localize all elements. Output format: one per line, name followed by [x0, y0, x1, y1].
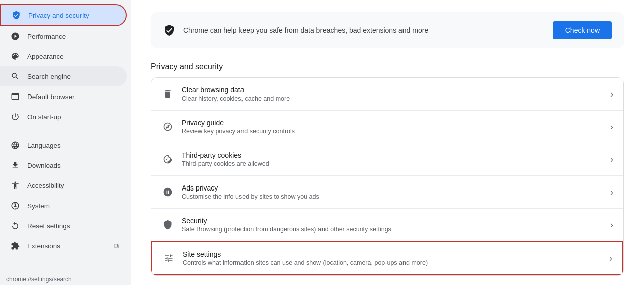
sidebar-item-extensions-label: Extensions — [27, 242, 60, 250]
third-party-cookies-desc: Third-party cookies are allowed — [182, 160, 602, 167]
chevron-right-icon: › — [609, 253, 612, 264]
sliders-icon — [163, 252, 175, 264]
main-content: Chrome can help keep you safe from data … — [131, 0, 644, 285]
sidebar-item-performance-label: Performance — [27, 33, 66, 40]
sidebar-item-appearance[interactable]: Appearance — [0, 46, 127, 66]
ads-privacy-desc: Customise the info used by sites to show… — [182, 193, 602, 200]
settings-row-ads-privacy[interactable]: Ads privacy Customise the info used by s… — [151, 176, 623, 209]
wrench-icon — [10, 201, 20, 211]
external-link-icon: ⧉ — [114, 242, 119, 250]
privacy-guide-content: Privacy guide Review key privacy and sec… — [182, 119, 602, 135]
ads-privacy-content: Ads privacy Customise the info used by s… — [182, 184, 602, 200]
accessibility-icon — [10, 180, 20, 191]
download-icon — [10, 160, 20, 170]
status-bar-text: chrome://settings/search — [6, 276, 72, 283]
clear-browsing-data-desc: Clear history, cookies, cache and more — [182, 95, 602, 102]
site-settings-content: Site settings Controls what information … — [183, 250, 601, 266]
trash-icon — [162, 88, 174, 100]
settings-row-site-settings[interactable]: Site settings Controls what information … — [151, 241, 623, 275]
settings-row-security[interactable]: Security Safe Browsing (protection from … — [151, 209, 623, 241]
privacy-guide-desc: Review key privacy and security controls — [182, 128, 602, 135]
sidebar-item-reset-settings-label: Reset settings — [27, 222, 70, 230]
check-now-button[interactable]: Check now — [553, 21, 612, 39]
settings-list: Clear browsing data Clear history, cooki… — [151, 77, 624, 276]
site-settings-title: Site settings — [183, 250, 601, 258]
sidebar-divider — [8, 131, 123, 131]
third-party-cookies-content: Third-party cookies Third-party cookies … — [182, 151, 602, 167]
palette-icon — [10, 51, 20, 61]
sidebar-item-reset-settings[interactable]: Reset settings — [0, 216, 127, 236]
sidebar-item-privacy-and-security[interactable]: Privacy and security — [0, 4, 127, 26]
sidebar-item-system[interactable]: System — [0, 196, 127, 216]
sidebar-item-on-startup-label: On start-up — [27, 113, 61, 121]
search-icon — [10, 71, 20, 81]
sidebar-item-languages[interactable]: Languages — [0, 135, 127, 155]
sidebar-item-accessibility[interactable]: Accessibility — [0, 175, 127, 196]
sidebar-item-default-browser-label: Default browser — [27, 93, 75, 101]
section-title: Privacy and security — [151, 62, 624, 71]
ads-icon — [162, 186, 174, 198]
power-icon — [10, 112, 20, 122]
chevron-right-icon: › — [610, 89, 613, 100]
status-bar: chrome://settings/search — [0, 274, 78, 285]
settings-row-third-party-cookies[interactable]: Third-party cookies Third-party cookies … — [151, 143, 623, 176]
safety-card: Chrome can help keep you safe from data … — [151, 12, 624, 48]
browser-icon — [10, 91, 20, 102]
sidebar-item-default-browser[interactable]: Default browser — [0, 86, 127, 107]
security-shield-icon — [162, 219, 174, 231]
chevron-right-icon: › — [610, 122, 613, 132]
security-desc: Safe Browsing (protection from dangerous… — [182, 226, 602, 233]
chevron-right-icon: › — [610, 187, 613, 198]
privacy-guide-title: Privacy guide — [182, 119, 602, 127]
settings-row-privacy-guide[interactable]: Privacy guide Review key privacy and sec… — [151, 111, 623, 143]
shield-icon — [11, 10, 21, 20]
chevron-right-icon: › — [610, 220, 613, 230]
sidebar-item-system-label: System — [27, 202, 50, 210]
sidebar-item-on-startup[interactable]: On start-up — [0, 107, 127, 127]
ads-privacy-title: Ads privacy — [182, 184, 602, 192]
sidebar-item-search-engine[interactable]: Search engine — [0, 66, 127, 86]
sidebar: Privacy and security Performance Appeara… — [0, 0, 131, 285]
sidebar-item-appearance-label: Appearance — [27, 53, 64, 60]
security-content: Security Safe Browsing (protection from … — [182, 217, 602, 233]
reset-icon — [10, 221, 20, 231]
settings-row-clear-browsing-data[interactable]: Clear browsing data Clear history, cooki… — [151, 78, 623, 111]
clear-browsing-data-content: Clear browsing data Clear history, cooki… — [182, 86, 602, 102]
sidebar-item-extensions[interactable]: Extensions ⧉ — [0, 236, 127, 256]
sidebar-item-privacy-and-security-label: Privacy and security — [28, 12, 89, 19]
sidebar-item-search-engine-label: Search engine — [27, 73, 71, 80]
third-party-cookies-title: Third-party cookies — [182, 151, 602, 159]
site-settings-desc: Controls what information sites can use … — [183, 259, 601, 266]
sidebar-item-downloads[interactable]: Downloads — [0, 155, 127, 175]
cookie-icon — [162, 153, 174, 165]
security-title: Security — [182, 217, 602, 225]
sidebar-item-performance[interactable]: Performance — [0, 26, 127, 46]
globe-icon — [10, 140, 20, 150]
sidebar-item-accessibility-label: Accessibility — [27, 182, 64, 189]
gauge-icon — [10, 31, 20, 41]
chevron-right-icon: › — [610, 154, 613, 165]
safety-card-text: Chrome can help keep you safe from data … — [183, 26, 545, 34]
sidebar-item-languages-label: Languages — [27, 142, 61, 149]
clear-browsing-data-title: Clear browsing data — [182, 86, 602, 94]
compass-icon — [162, 121, 174, 133]
sidebar-item-downloads-label: Downloads — [27, 162, 61, 169]
safety-shield-icon — [163, 24, 175, 36]
extension-icon — [10, 241, 20, 251]
